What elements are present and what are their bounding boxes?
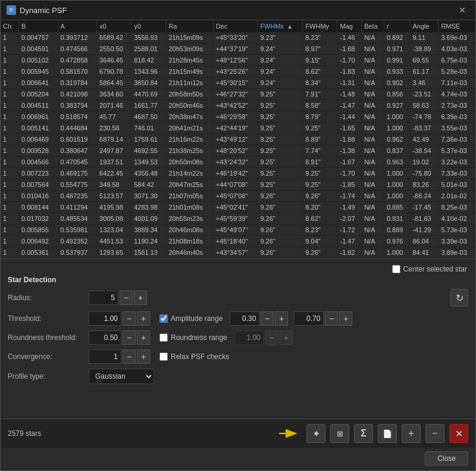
sort-arrow-fwhmx: ▲: [287, 23, 293, 30]
table-cell: 9.26": [258, 191, 303, 202]
threshold-minus-btn[interactable]: −: [123, 311, 136, 326]
table-cell: 8.20": [303, 202, 337, 213]
table-cell: -38.89: [410, 43, 439, 55]
table-cell: +45°07'08": [213, 191, 258, 202]
table-cell: 20h46m40s: [166, 247, 213, 258]
amplitude-max-input[interactable]: [294, 311, 324, 326]
threshold-input[interactable]: [89, 311, 121, 326]
roundness-range-minus-btn[interactable]: −: [265, 330, 278, 345]
roundness-threshold-minus-btn[interactable]: −: [123, 330, 136, 345]
table-row[interactable]: 10.0045910.4745662550.502588.0120h53m09s…: [1, 43, 475, 55]
remove-btn[interactable]: −: [425, 424, 444, 443]
roundness-range-input[interactable]: [234, 330, 264, 345]
col-fwhmy[interactable]: FWHMy: [303, 20, 337, 32]
col-beta[interactable]: Beta: [362, 20, 384, 32]
table-row[interactable]: 10.0066410.3197845864.453850.8421h11m12s…: [1, 77, 475, 89]
table-row[interactable]: 10.0059450.5815706790.781343.9621h15m49s…: [1, 66, 475, 77]
col-angle[interactable]: Angle: [410, 20, 439, 32]
col-r[interactable]: r: [384, 20, 410, 32]
col-b[interactable]: B: [19, 20, 58, 32]
col-dec[interactable]: Dec: [213, 20, 258, 32]
roundness-range-plus-btn[interactable]: +: [280, 330, 293, 345]
delete-btn[interactable]: ✕: [449, 424, 468, 443]
convergence-minus-btn[interactable]: −: [123, 350, 136, 364]
convergence-plus-btn[interactable]: +: [137, 350, 150, 364]
col-fwhmx[interactable]: FWHMx ▲: [258, 20, 303, 32]
table-row[interactable]: 10.0069610.51857445.774687.5020h38m47s+4…: [1, 111, 475, 123]
table-row[interactable]: 10.0081440.4112944195.984283.9821h01m08s…: [1, 202, 475, 213]
table-cell: +45°30'15": [213, 77, 258, 89]
col-ch[interactable]: Ch.: [1, 20, 19, 32]
table-row[interactable]: 10.0045110.3837942071.461661.7720h50m46s…: [1, 100, 475, 111]
roundness-threshold-plus-btn[interactable]: +: [137, 330, 150, 345]
table-cell: -38.54: [410, 145, 439, 157]
table-cell: +46°27'32": [213, 89, 258, 100]
window-title: Dynamic PSF: [20, 6, 67, 15]
table-cell: 20h50m08s: [166, 157, 213, 168]
table-row[interactable]: 10.0053610.5379371293.651561.1320h46m40s…: [1, 247, 475, 258]
refresh-button[interactable]: ↻: [450, 289, 468, 307]
psf-graph-btn[interactable]: ⊠: [330, 424, 349, 443]
window-close-button[interactable]: ✕: [455, 4, 469, 16]
table-cell: -74.78: [410, 111, 439, 123]
table-row[interactable]: 10.0064920.4923524451.531190.2421h08m18s…: [1, 236, 475, 247]
col-mag[interactable]: Mag: [337, 20, 362, 32]
relax-psf-checkbox[interactable]: [159, 353, 168, 361]
table-row[interactable]: 10.0064690.6015196879.141759.6121h16m22s…: [1, 134, 475, 145]
profile-type-select[interactable]: Gaussian Moffat: [89, 369, 154, 384]
table-cell: 83.26: [410, 179, 439, 191]
col-x0[interactable]: x0: [97, 20, 131, 32]
amplitude-max-plus-btn[interactable]: +: [339, 311, 352, 326]
amplitude-min-minus-btn[interactable]: −: [261, 311, 274, 326]
table-row[interactable]: 10.0045660.4705451937.511349.5320h50m08s…: [1, 157, 475, 168]
center-star-label[interactable]: Center selected star: [392, 265, 467, 273]
table-row[interactable]: 10.0104160.4872355123.573071.3021h07m05s…: [1, 191, 475, 202]
table-cell: 8.91": [303, 157, 337, 168]
stars-btn[interactable]: ✦: [306, 424, 325, 443]
add-btn[interactable]: +: [402, 424, 421, 443]
table-cell: 0.991: [384, 55, 410, 66]
close-dialog-button[interactable]: Close: [425, 451, 468, 466]
table-cell: 2071.46: [97, 100, 131, 111]
clipboard-btn[interactable]: 📄: [378, 424, 397, 443]
amplitude-min-input[interactable]: [230, 311, 259, 326]
convergence-input[interactable]: [89, 350, 121, 364]
table-row[interactable]: 10.0170320.4855343005.084001.0920h55m23s…: [1, 213, 475, 224]
relax-psf-label[interactable]: Relax PSF checks: [159, 353, 229, 361]
table-cell: 1: [1, 224, 19, 236]
roundness-range-label[interactable]: Roundness range: [159, 333, 227, 342]
table-cell: 0.004566: [19, 157, 58, 168]
amplitude-max-minus-btn[interactable]: −: [325, 311, 338, 326]
table-cell: 1: [1, 89, 19, 100]
table-row[interactable]: 10.0075640.554775349.58584.4220h47m25s+4…: [1, 179, 475, 191]
table-row[interactable]: 10.0058550.5359811323.043889.3420h46m08s…: [1, 224, 475, 236]
table-cell: 0.931: [384, 213, 410, 224]
amplitude-min-plus-btn[interactable]: +: [275, 311, 288, 326]
col-y0[interactable]: y0: [131, 20, 166, 32]
table-row[interactable]: 10.0052040.4210983634.604470.6920h58m50s…: [1, 89, 475, 100]
radius-plus-btn[interactable]: +: [134, 291, 147, 305]
table-row[interactable]: 10.0047570.3937126589.423556.9321h15m09s…: [1, 32, 475, 43]
table-row[interactable]: 10.0051410.444684230.58746.0120h41m21s+4…: [1, 123, 475, 134]
table-row[interactable]: 10.0095280.3806472497.874692.5521h38m25s…: [1, 145, 475, 157]
amplitude-range-label[interactable]: Amplitude range: [159, 314, 223, 323]
sigma-btn[interactable]: Σ: [354, 424, 373, 443]
radius-input[interactable]: [89, 291, 118, 305]
roundness-threshold-input[interactable]: [89, 330, 121, 345]
radius-minus-btn[interactable]: −: [120, 291, 133, 305]
table-cell: 3.89e-03: [439, 247, 475, 258]
roundness-range-checkbox[interactable]: [159, 333, 168, 342]
col-ra[interactable]: Ra: [166, 20, 213, 32]
table-cell: 1: [1, 213, 19, 224]
center-star-checkbox[interactable]: [392, 265, 400, 273]
profile-type-row: Profile type: Gaussian Moffat: [8, 369, 468, 384]
table-row[interactable]: 10.0051020.4728583646.45818.4221h28m45s+…: [1, 55, 475, 66]
table-cell: -41.29: [410, 224, 439, 236]
table-cell: 0.319784: [58, 77, 96, 89]
table-row[interactable]: 10.0072230.4691756422.454356.4821h14m22s…: [1, 168, 475, 179]
col-a[interactable]: A: [58, 20, 96, 32]
amplitude-range-checkbox[interactable]: [159, 314, 168, 323]
col-rmse[interactable]: RMSE: [439, 20, 475, 32]
threshold-plus-btn[interactable]: +: [137, 311, 150, 326]
table-cell: +46°29'58": [213, 111, 258, 123]
